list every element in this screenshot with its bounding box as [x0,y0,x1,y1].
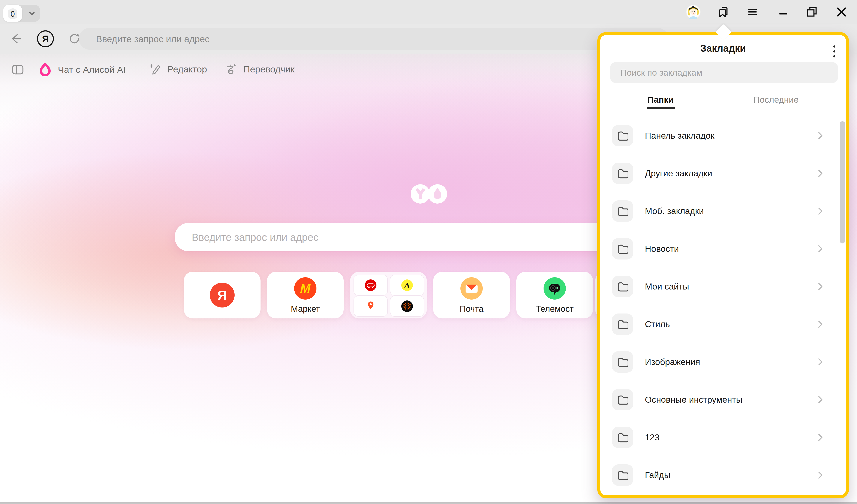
translate-sparkle-icon [224,62,238,76]
folder-name: Другие закладки [645,154,712,192]
editor-button[interactable]: Редактор [149,62,207,76]
kinopoisk-shortcut[interactable] [390,296,424,317]
bookmark-folder-row[interactable]: 123 [600,419,846,456]
yandex-yo-logo [411,184,447,204]
bookmark-folder-row[interactable]: Стиль [600,305,846,343]
newtab-search-bar[interactable] [174,223,670,251]
afisha-icon: A [401,280,413,291]
bookmarks-title: Закладки [600,43,846,54]
bookmarks-search-bar[interactable] [610,62,838,83]
telemost-icon [543,277,566,300]
tile-market[interactable]: M Маркет [267,272,344,318]
folder-icon [612,238,633,259]
back-button[interactable] [10,32,23,47]
folder-name: Основные инструменты [645,381,742,419]
chevron-right-icon [816,433,825,442]
afisha-shortcut[interactable]: A [390,275,424,296]
folder-icon [612,276,633,297]
folder-name: Панель закладок [645,117,714,154]
mail-icon [460,277,483,300]
tile-mail[interactable]: Почта [433,272,510,318]
bookmark-folder-row[interactable]: Основные инструменты [600,381,846,419]
window-bottom-edge [0,502,857,504]
folder-name: Новости [645,230,679,268]
address-bar[interactable] [79,28,669,50]
sidebar-toggle-button[interactable] [11,63,24,77]
profile-avatar[interactable] [686,0,701,24]
car-icon [365,280,376,291]
bookmarks-menu-button[interactable] [830,43,839,60]
alisa-chat-label: Чат с Алисой AI [58,65,126,75]
tile-label: Почта [433,304,510,314]
chevron-right-icon [816,320,825,329]
chevron-right-icon [816,207,825,215]
folder-name: 123 [645,419,659,456]
chevron-right-icon [816,245,825,253]
chevron-right-icon [816,169,825,178]
bookmark-folder-row[interactable]: Другие закладки [600,154,846,192]
tile-services-grid: A [350,272,427,318]
bookmark-folder-row[interactable]: Изображения [600,343,846,381]
folder-icon [612,464,633,486]
translator-label: Переводчик [243,64,295,74]
tab-group: 0 [3,5,40,22]
svg-text:A: A [404,281,410,290]
svg-text:M: M [300,281,311,295]
tab-list-chevron-icon[interactable] [27,9,37,18]
folder-name: Гайды [645,456,670,494]
active-tab[interactable]: 0 [3,5,22,22]
bookmark-folder-row[interactable]: Гайды [600,456,846,494]
folder-icon [612,351,633,373]
minimize-button[interactable] [777,0,789,24]
yandex-logo-button[interactable]: Я [36,30,54,49]
svg-text:Я: Я [217,288,227,303]
pencil-sparkle-icon [149,62,162,76]
tab-counter: 0 [7,10,18,19]
folder-icon [612,389,633,410]
map-pin-icon [365,300,376,313]
kinopoisk-icon [401,300,413,312]
folder-icon [612,427,633,448]
newtab-search-input[interactable] [191,223,642,252]
tab-shield-icon: 0 [7,7,18,19]
tile-label: Маркет [267,304,344,314]
editor-label: Редактор [167,64,207,74]
tile-label: Телемост [516,304,593,314]
address-input[interactable] [96,28,632,50]
bookmark-folder-row[interactable]: Моб. закладки [600,192,846,230]
translator-button[interactable]: Переводчик [224,62,295,76]
maximize-button[interactable] [806,0,818,24]
panel-scrollbar[interactable] [840,121,845,243]
drive-shortcut[interactable] [354,275,388,296]
tile-yandex[interactable]: Я [184,272,261,318]
svg-text:Я: Я [42,34,49,44]
folder-icon [612,163,633,184]
alisa-chat-button[interactable]: Чат с Алисой AI [38,62,126,77]
tab-folders[interactable]: Папки [648,95,674,105]
bookmarks-popup: Закладки Папки Последние Панель закладок [597,32,849,498]
folder-name: Моб. закладки [645,192,704,230]
tab-strip: 0 [0,0,857,24]
chevron-right-icon [816,131,825,140]
menu-button[interactable] [746,0,758,24]
tile-telemost[interactable]: Телемост [516,272,593,318]
folder-icon [612,125,633,146]
tab-recent[interactable]: Последние [754,95,799,105]
bookmark-folder-row[interactable]: Мои сайты [600,268,846,305]
bookmark-folder-row[interactable]: Новости [600,230,846,268]
maps-shortcut[interactable] [354,296,388,317]
bookmark-folder-row[interactable]: Панель закладок [600,117,846,154]
chevron-right-icon [816,358,825,366]
chevron-right-icon [816,282,825,291]
market-icon: M [294,277,317,300]
close-button[interactable] [836,0,847,24]
folder-icon [612,314,633,335]
alisa-icon [38,62,52,77]
chevron-right-icon [816,396,825,404]
browser-window: 0 [0,0,857,504]
bookmarks-search-input[interactable] [620,62,827,83]
bookmarks-toolbar-button[interactable] [717,0,730,24]
tabs-divider [600,109,846,109]
folder-name: Стиль [645,305,670,343]
folder-name: Изображения [645,343,700,381]
